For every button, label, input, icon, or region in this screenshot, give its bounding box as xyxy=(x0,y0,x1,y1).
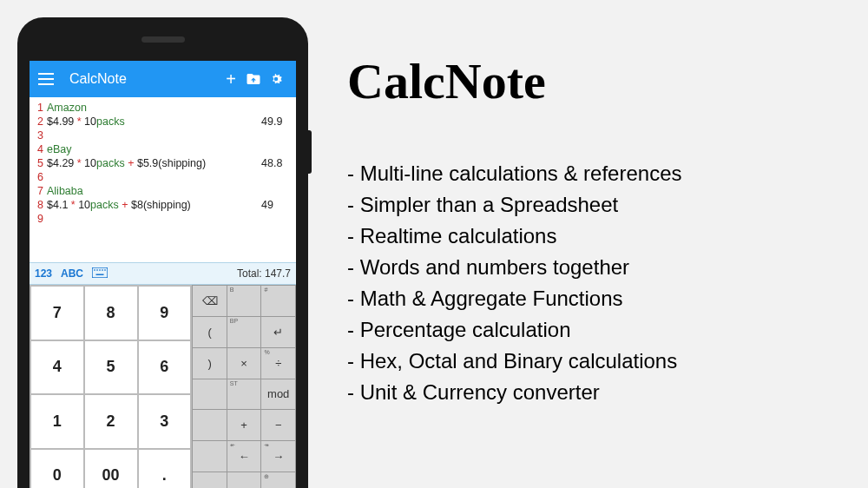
opkey[interactable]: %÷ xyxy=(261,348,295,379)
phone-screen: CalcNote + 123456789 Amazon$4.99 * 10pac… xyxy=(30,61,296,488)
results-column: 49.9 48.8 49 xyxy=(260,101,296,262)
svg-rect-3 xyxy=(99,269,101,271)
key-6[interactable]: 6 xyxy=(139,341,191,394)
operator-pad: ⌫B#(BP↵)×%÷STmod+−↞←↠→⊕ xyxy=(192,285,296,488)
editor-area[interactable]: 123456789 Amazon$4.99 * 10packs eBay$4.2… xyxy=(30,97,296,262)
opkey[interactable]: ↠→ xyxy=(261,441,295,472)
feature-item: Multi-line calculations & references xyxy=(347,158,859,189)
key-9[interactable]: 9 xyxy=(139,287,191,340)
total-label: Total: 147.7 xyxy=(237,267,291,280)
phone-speaker xyxy=(141,36,185,43)
feature-item: Math & Aggregate Functions xyxy=(347,283,859,314)
opkey[interactable] xyxy=(227,472,261,488)
svg-rect-5 xyxy=(104,269,106,271)
key-00[interactable]: 00 xyxy=(85,450,137,489)
opkey[interactable]: mod xyxy=(261,379,295,410)
feature-item: Realtime calculations xyxy=(347,221,859,252)
svg-rect-6 xyxy=(96,274,104,275)
opkey[interactable]: × xyxy=(227,348,261,379)
add-button[interactable]: + xyxy=(220,69,242,89)
mode-abc-button[interactable]: ABC xyxy=(61,267,83,280)
feature-item: Percentage calculation xyxy=(347,314,859,346)
opkey[interactable]: ⊕ xyxy=(261,472,295,488)
opkey[interactable]: # xyxy=(261,286,295,316)
feature-item: Words and numbers together xyxy=(347,252,859,283)
key-0[interactable]: 0 xyxy=(31,450,83,489)
key-2[interactable]: 2 xyxy=(85,395,137,448)
feature-item: Simpler than a Spreadsheet xyxy=(347,189,859,221)
opkey[interactable]: ↵ xyxy=(261,317,295,347)
marketing-panel: CalcNote Multi-line calculations & refer… xyxy=(347,52,859,408)
key-.[interactable]: . xyxy=(139,450,191,489)
opkey[interactable]: + xyxy=(227,410,261,440)
svg-rect-4 xyxy=(102,269,103,271)
key-5[interactable]: 5 xyxy=(85,341,137,394)
svg-rect-2 xyxy=(96,269,98,271)
folder-icon[interactable] xyxy=(242,71,265,87)
phone-frame: CalcNote + 123456789 Amazon$4.99 * 10pac… xyxy=(17,17,308,488)
opkey[interactable]: ) xyxy=(193,348,227,379)
gear-icon[interactable] xyxy=(265,71,287,87)
opkey[interactable]: ( xyxy=(193,317,227,347)
opkey[interactable] xyxy=(193,441,227,472)
opkey[interactable]: ST xyxy=(227,379,261,410)
svg-rect-0 xyxy=(92,267,108,278)
opkey[interactable] xyxy=(193,472,227,488)
opkey[interactable] xyxy=(193,379,227,410)
feature-item: Unit & Currency converter xyxy=(347,377,859,408)
opkey[interactable]: B xyxy=(227,286,261,316)
line-number-gutter: 123456789 xyxy=(30,101,45,262)
key-7[interactable]: 7 xyxy=(31,287,83,340)
key-8[interactable]: 8 xyxy=(85,287,137,340)
feature-item: Hex, Octal and Binary calculations xyxy=(347,346,859,377)
mode-123-button[interactable]: 123 xyxy=(35,267,52,280)
svg-rect-1 xyxy=(94,269,95,271)
opkey[interactable] xyxy=(193,410,227,440)
keyboard-icon[interactable] xyxy=(92,267,108,280)
phone-power-button xyxy=(308,130,312,174)
key-1[interactable]: 1 xyxy=(31,395,83,448)
app-bar: CalcNote + xyxy=(30,61,296,97)
marketing-title: CalcNote xyxy=(347,52,859,110)
mode-toolbar: 123 ABC Total: 147.7 xyxy=(30,262,296,285)
opkey[interactable]: BP xyxy=(227,317,261,347)
keypad: 789456123000. ⌫B#(BP↵)×%÷STmod+−↞←↠→⊕ xyxy=(30,285,296,488)
key-4[interactable]: 4 xyxy=(31,341,83,394)
opkey[interactable]: ↞← xyxy=(227,441,261,472)
app-title: CalcNote xyxy=(69,71,220,87)
code-content[interactable]: Amazon$4.99 * 10packs eBay$4.29 * 10pack… xyxy=(45,101,260,262)
hamburger-menu-icon[interactable] xyxy=(38,73,57,85)
opkey[interactable]: ⌫ xyxy=(193,286,227,316)
feature-list: Multi-line calculations & referencesSimp… xyxy=(347,158,859,408)
number-pad: 789456123000. xyxy=(30,285,192,488)
key-3[interactable]: 3 xyxy=(139,395,191,448)
opkey[interactable]: − xyxy=(261,410,295,440)
